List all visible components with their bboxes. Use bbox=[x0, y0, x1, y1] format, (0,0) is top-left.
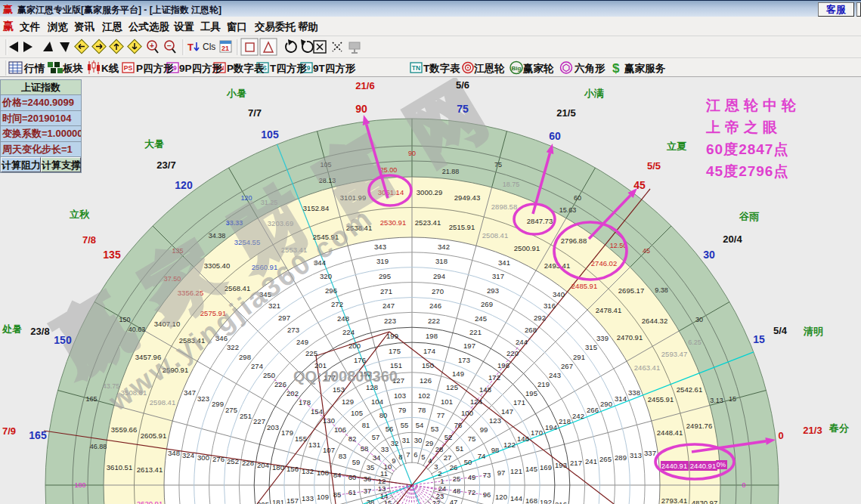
svg-text:48: 48 bbox=[453, 487, 461, 495]
svg-text:立夏: 立夏 bbox=[666, 141, 687, 152]
svg-text:129: 129 bbox=[342, 397, 354, 406]
svg-text:124: 124 bbox=[470, 397, 482, 406]
svg-text:3610.51: 3610.51 bbox=[107, 463, 132, 472]
svg-text:2949.43: 2949.43 bbox=[454, 193, 480, 202]
svg-text:247: 247 bbox=[382, 301, 395, 310]
svg-text:340: 340 bbox=[553, 290, 565, 298]
svg-text:324: 324 bbox=[182, 451, 194, 459]
svg-text:8: 8 bbox=[398, 453, 402, 461]
svg-text:15: 15 bbox=[753, 333, 765, 345]
svg-text:133: 133 bbox=[302, 494, 314, 502]
svg-text:103: 103 bbox=[394, 391, 406, 400]
svg-text:2796.88: 2796.88 bbox=[561, 237, 587, 245]
svg-text:4: 4 bbox=[428, 456, 432, 465]
svg-text:156: 156 bbox=[286, 465, 299, 473]
svg-text:2613.41: 2613.41 bbox=[137, 465, 163, 474]
svg-text:216: 216 bbox=[555, 500, 567, 504]
svg-text:174: 174 bbox=[423, 347, 435, 355]
svg-text:105: 105 bbox=[261, 128, 279, 141]
svg-text:78: 78 bbox=[418, 406, 426, 414]
svg-text:45: 45 bbox=[643, 247, 650, 255]
svg-text:292: 292 bbox=[534, 314, 546, 322]
svg-text:148: 148 bbox=[479, 385, 491, 394]
svg-text:246: 246 bbox=[429, 301, 441, 310]
svg-text:75: 75 bbox=[468, 434, 476, 443]
svg-text:21/3: 21/3 bbox=[803, 425, 822, 436]
svg-text:7/8: 7/8 bbox=[82, 234, 96, 246]
svg-text:146: 146 bbox=[517, 434, 529, 443]
svg-text:2593.47: 2593.47 bbox=[661, 350, 687, 358]
svg-text:79: 79 bbox=[398, 406, 407, 414]
svg-text:35: 35 bbox=[367, 463, 375, 472]
svg-text:52: 52 bbox=[444, 433, 453, 441]
svg-text:165: 165 bbox=[29, 429, 47, 441]
svg-text:58: 58 bbox=[361, 444, 369, 453]
svg-text:154: 154 bbox=[311, 407, 323, 416]
svg-text:268: 268 bbox=[525, 326, 537, 334]
svg-text:24: 24 bbox=[438, 484, 447, 493]
svg-text:323: 323 bbox=[197, 394, 209, 403]
svg-text:7: 7 bbox=[406, 450, 410, 459]
svg-text:53: 53 bbox=[431, 425, 439, 433]
svg-text:27: 27 bbox=[444, 453, 452, 462]
svg-text:135: 135 bbox=[103, 249, 121, 261]
svg-text:2898.58: 2898.58 bbox=[491, 203, 517, 211]
svg-text:342: 342 bbox=[438, 243, 450, 251]
svg-text:270: 270 bbox=[432, 287, 444, 295]
svg-text:小暑: 小暑 bbox=[226, 88, 246, 99]
svg-text:228: 228 bbox=[242, 459, 254, 467]
svg-text:244: 244 bbox=[516, 338, 528, 346]
svg-text:203: 203 bbox=[267, 423, 279, 431]
svg-text:120: 120 bbox=[175, 179, 193, 191]
svg-text:2440.91: 2440.91 bbox=[690, 462, 716, 470]
svg-text:106: 106 bbox=[334, 425, 346, 434]
svg-text:157: 157 bbox=[286, 496, 299, 504]
svg-text:18.75: 18.75 bbox=[503, 181, 520, 188]
svg-text:245: 245 bbox=[475, 314, 487, 323]
svg-text:130: 130 bbox=[323, 416, 335, 425]
svg-text:192: 192 bbox=[540, 498, 552, 504]
svg-text:59: 59 bbox=[352, 458, 361, 466]
svg-text:3000.29: 3000.29 bbox=[417, 188, 442, 196]
svg-text:26: 26 bbox=[450, 463, 458, 472]
svg-text:347: 347 bbox=[184, 388, 196, 397]
svg-text:296: 296 bbox=[325, 286, 337, 295]
svg-text:谷雨: 谷雨 bbox=[739, 211, 760, 222]
svg-text:75: 75 bbox=[494, 161, 502, 169]
svg-text:337: 337 bbox=[644, 449, 656, 457]
svg-text:30: 30 bbox=[695, 316, 703, 323]
svg-text:清明: 清明 bbox=[803, 326, 823, 337]
svg-text:0%: 0% bbox=[717, 461, 726, 468]
svg-text:60: 60 bbox=[549, 130, 561, 142]
svg-text:195: 195 bbox=[525, 389, 537, 397]
svg-text:9: 9 bbox=[392, 456, 395, 465]
svg-text:小满: 小满 bbox=[584, 88, 604, 99]
svg-text:36: 36 bbox=[364, 475, 372, 483]
svg-text:290: 290 bbox=[600, 400, 612, 408]
svg-text:175: 175 bbox=[389, 347, 401, 355]
svg-text:37: 37 bbox=[364, 487, 372, 495]
svg-text:299: 299 bbox=[212, 400, 224, 408]
svg-text:2523.41: 2523.41 bbox=[415, 218, 441, 227]
svg-text:3.13: 3.13 bbox=[710, 397, 723, 404]
svg-text:168: 168 bbox=[525, 496, 537, 504]
svg-text:81: 81 bbox=[362, 421, 370, 429]
svg-text:217: 217 bbox=[570, 459, 582, 467]
svg-text:61: 61 bbox=[348, 488, 357, 496]
svg-text:314: 314 bbox=[615, 394, 627, 403]
svg-text:315: 315 bbox=[585, 343, 597, 351]
svg-text:197: 197 bbox=[463, 342, 475, 350]
svg-text:75: 75 bbox=[457, 103, 469, 115]
svg-text:2485.91: 2485.91 bbox=[571, 282, 597, 290]
svg-text:20/4: 20/4 bbox=[723, 233, 742, 245]
svg-text:145: 145 bbox=[525, 465, 537, 473]
svg-text:7/9: 7/9 bbox=[2, 425, 16, 437]
svg-text:74: 74 bbox=[478, 452, 486, 460]
svg-text:291: 291 bbox=[573, 353, 585, 361]
svg-text:82: 82 bbox=[348, 434, 357, 443]
svg-text:29: 29 bbox=[426, 439, 434, 447]
svg-text:109: 109 bbox=[317, 493, 329, 501]
svg-text:224: 224 bbox=[342, 328, 355, 336]
svg-text:73: 73 bbox=[483, 471, 491, 479]
svg-text:199: 199 bbox=[386, 332, 398, 340]
